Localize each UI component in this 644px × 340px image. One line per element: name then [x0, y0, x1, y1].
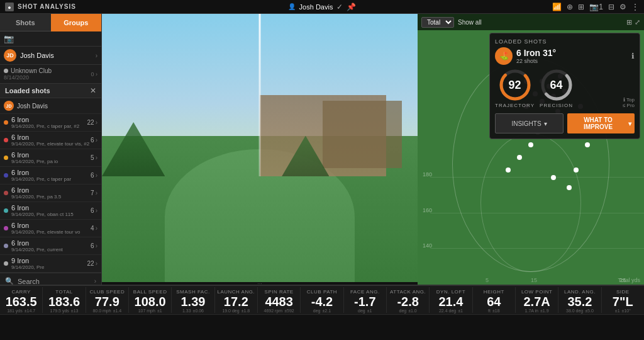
jd-avatar: JD — [4, 101, 14, 111]
stat-col-height: HEIGHT 64 ft±18 — [473, 287, 516, 313]
ls-shot-count: 22 shots — [516, 58, 556, 64]
stat-col-face-ang.: FACE ANG. -1.7 deg±1 — [344, 287, 387, 313]
checkmark-icon[interactable]: ✓ — [336, 3, 343, 11]
uc-chevron: 0 › — [91, 71, 97, 77]
stat-col-dyn.-loft: DYN. LOFT 21.4 22.4 deg±1 — [430, 287, 472, 313]
club-list-item[interactable]: 6 Iron 9/14/2020, Pre, c taper par 6 › — [0, 167, 101, 184]
stat-col-ball-speed: BALL SPEED 108.0 107 mph±1 — [129, 287, 172, 313]
club-list-item[interactable]: 6 Iron 9/14/2020, Pre, elevate tour vo 4… — [0, 220, 101, 237]
insights-button[interactable]: INSIGHTS ▾ — [495, 113, 564, 133]
search-icon: 🔍 — [5, 277, 14, 285]
settings-icon[interactable]: ⚙ — [619, 3, 626, 11]
what-to-improve-button[interactable]: WHAT TO IMPROVE ▾ — [567, 113, 635, 133]
stat-col-total: TOTAL 183.6 179.5 yds±13 — [43, 287, 86, 313]
ls-header: LOADED SHOTS — [495, 38, 635, 45]
total-select[interactable]: Total — [421, 17, 454, 28]
right-map: Total Show all ⊞ ⤢ LOADED SHOTS ⛳ 6 Iron… — [418, 14, 644, 285]
trajectory-value: 92 — [509, 79, 521, 92]
club-list-item[interactable]: 6 Iron 9/14/2020, Pre, current 6 › — [0, 237, 101, 255]
shot-dot-21 — [567, 185, 572, 190]
svg-text:●: ● — [8, 4, 11, 11]
main-layout: Shots Groups 📷 JD Josh Davis › Unknown C… — [0, 14, 644, 285]
club-list-item[interactable]: 6 Iron 9/14/2020, Pre, elevate tour vis,… — [0, 132, 101, 149]
stat-col-attack-ang.: ATTACK ANG. -2.8 deg±1.0 — [387, 287, 430, 313]
club-list-item[interactable]: 9 Iron 9/14/2020, Pre 22 › — [0, 255, 101, 273]
sidebar-tabs: Shots Groups — [0, 14, 101, 31]
search-chevron-icon: › — [94, 278, 96, 285]
stat-col-spin-rate: SPIN RATE 4483 4692 rpm±592 — [258, 287, 301, 313]
tab-shots[interactable]: Shots — [0, 14, 51, 31]
target-icon[interactable]: ⊕ — [567, 3, 573, 11]
club-list-item[interactable]: 6 Iron 9/14/2020, Pre, pa io 5 › — [0, 149, 101, 167]
precision-ring: 64 — [540, 69, 573, 101]
sidebar-user-name: Josh Davis — [20, 52, 96, 59]
precision-score: 64 PRECISION — [540, 69, 573, 108]
user-icon: 👤 — [288, 3, 296, 10]
shot-dot-14 — [506, 167, 511, 173]
video-area — [102, 14, 418, 285]
stats-bar: CARRY 163.5 181 yds±14.7 TOTAL 183.6 179… — [0, 285, 644, 340]
search-text: Search — [18, 278, 94, 285]
loaded-shots-header: Loaded shots ✕ — [0, 84, 101, 98]
top-right-icons: 📶 ⊕ ⊞ 📷1 ⊟ ⚙ ⋮ — [552, 3, 639, 11]
grid-icon[interactable]: ⊟ — [608, 3, 614, 11]
grid-view-icon[interactable]: ⊞ — [626, 18, 632, 26]
expand-icon[interactable]: ⤢ — [635, 18, 640, 26]
center-video: ⋯ — [102, 14, 418, 285]
club-list-item[interactable]: 6 Iron 9/14/2020, Pre, oban ct 115 6 › — [0, 202, 101, 220]
map-icons: ⊞ ⤢ — [626, 18, 640, 26]
chevron-right-icon: › — [96, 52, 97, 59]
show-all-button[interactable]: Show all — [458, 19, 482, 26]
unknown-club-row[interactable]: Unknown Club 8/14/2020 0 › — [0, 65, 101, 84]
wifi-icon: 📶 — [552, 3, 562, 11]
axis-15: 15 — [531, 277, 537, 283]
trajectory-label: TRAJECTORY — [495, 103, 535, 108]
app-title: SHOT ANALYSIS — [18, 3, 76, 10]
search-row[interactable]: 🔍 Search › — [0, 273, 101, 285]
club-info: 6 Iron 31° 22 shots — [516, 48, 556, 64]
camera-icon[interactable]: 📷 — [4, 34, 14, 43]
field-line-180 — [430, 177, 644, 178]
ls-club-name: 6 Iron 31° — [516, 48, 556, 58]
field-line-160 — [430, 213, 644, 213]
buildings2-bg — [323, 101, 402, 169]
shot-dot-12 — [528, 142, 533, 147]
club-icon: ⛳ — [495, 47, 513, 65]
dots-icon[interactable]: ⋮ — [631, 3, 639, 11]
stat-col-launch-ang.: LAUNCH ANG. 17.2 19.0 deg±1.8 — [215, 287, 258, 313]
precision-value: 64 — [550, 79, 563, 92]
club-list-item[interactable]: 6 Iron 9/14/2020, Pre, c taper par, #2 2… — [0, 114, 101, 132]
loaded-shots-card: LOADED SHOTS ⛳ 6 Iron 31° 22 shots ℹ — [489, 33, 640, 139]
map-footer: Total yds — [614, 276, 644, 285]
tab-groups[interactable]: Groups — [51, 14, 102, 31]
stat-col-side: SIDE 7"L ±1±10" — [602, 287, 644, 313]
sidebar: Shots Groups 📷 JD Josh Davis › Unknown C… — [0, 14, 102, 285]
screen-icon[interactable]: ⊞ — [578, 3, 584, 11]
shot-dot-16 — [551, 175, 556, 180]
trajectory-ring: 92 — [499, 69, 531, 101]
info-button[interactable]: ℹ — [631, 52, 635, 60]
sidebar-top-actions: 📷 — [0, 31, 101, 47]
axis-5: 5 — [486, 277, 489, 283]
top-bar: ● SHOT ANALYSIS 👤 Josh Davis ✓ 📌 📶 ⊕ ⊞ 📷… — [0, 0, 644, 14]
sidebar-bottom: 🔍 Search › Compare — [0, 273, 101, 285]
stat-col-land.-ang.: LAND. ANG. 35.2 38.0 deg±5.0 — [558, 287, 601, 313]
ls-scores: 92 TRAJECTORY 64 PRECISION — [495, 69, 635, 108]
loaded-shots-label: Loaded shots — [5, 87, 50, 94]
shot-dot-15 — [574, 167, 579, 173]
sidebar-user-row[interactable]: JD Josh Davis › — [0, 47, 101, 65]
close-loaded-shots-icon[interactable]: ✕ — [90, 86, 96, 95]
user-info: 👤 Josh Davis ✓ 📌 — [288, 3, 357, 11]
pin-icon[interactable]: 📌 — [347, 3, 356, 11]
chevron-down-icon: ▾ — [628, 120, 631, 127]
camera-count-icon[interactable]: 📷1 — [589, 3, 603, 11]
ls-title-row: ⛳ 6 Iron 31° 22 shots ℹ — [495, 47, 635, 65]
user-name: Josh Davis — [299, 3, 333, 11]
shot-line — [259, 14, 261, 176]
stats-row: CARRY 163.5 181 yds±14.7 TOTAL 183.6 179… — [0, 286, 644, 315]
drag-handle[interactable]: ⋯ — [257, 281, 262, 285]
jd-section: JD Josh Davis — [0, 98, 101, 114]
avatar: JD — [4, 49, 16, 62]
club-list-item[interactable]: 6 Iron 9/14/2020, Pre, pa 3.5 7 › — [0, 184, 101, 202]
trajectory-score: 92 TRAJECTORY — [495, 69, 535, 108]
